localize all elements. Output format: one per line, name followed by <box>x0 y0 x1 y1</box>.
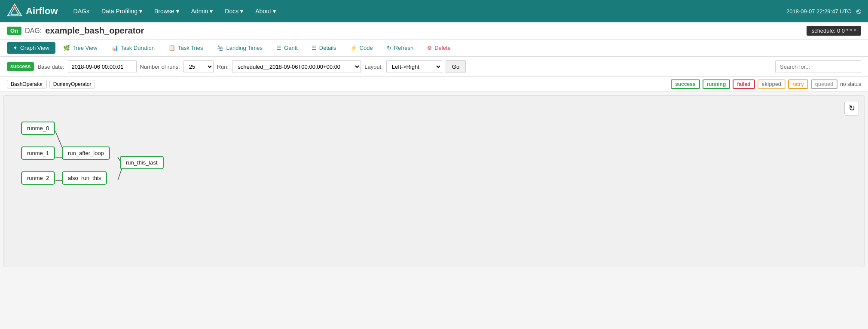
status-skipped: skipped <box>758 79 785 89</box>
base-date-input[interactable] <box>68 60 137 73</box>
filter-bash-operator[interactable]: BashOperator <box>7 80 47 88</box>
tab-delete[interactable]: ⊗ Delete <box>421 42 457 54</box>
nav-admin[interactable]: Admin ▾ <box>186 5 218 17</box>
layout-label: Layout: <box>364 64 383 70</box>
num-runs-select[interactable]: 25 <box>183 60 214 73</box>
node-runme-1[interactable]: runme_1 <box>21 146 55 160</box>
nav-data-profiling[interactable]: Data Profiling ▾ <box>96 5 147 17</box>
airflow-logo <box>7 3 22 19</box>
code-icon: ⚡ <box>350 45 357 51</box>
tab-tree-view[interactable]: 🌿 Tree View <box>57 42 104 54</box>
node-also-run-this[interactable]: also_run_this <box>62 171 107 185</box>
graph-icon: ✦ <box>13 45 18 51</box>
run-label: Run: <box>217 64 229 70</box>
search-input[interactable] <box>775 60 861 73</box>
page-header: On DAG: example_bash_operator schedule: … <box>0 22 868 40</box>
nav-right: 2018-09-07 22:29:47 UTC ⎋ <box>786 7 861 16</box>
duration-icon: 📊 <box>111 45 118 51</box>
success-indicator: success <box>7 62 34 71</box>
dag-title-row: On DAG: example_bash_operator <box>7 26 144 36</box>
status-success: success <box>671 79 700 89</box>
dag-name: example_bash_operator <box>45 26 144 36</box>
graph-refresh-button[interactable]: ↻ <box>844 101 859 116</box>
node-run-after-loop[interactable]: run_after_loop <box>62 146 110 160</box>
status-nostatus: no status <box>840 81 861 87</box>
gantt-icon: ☰ <box>276 45 281 51</box>
tab-refresh[interactable]: ↻ Refresh <box>381 42 420 54</box>
status-failed: failed <box>733 79 755 89</box>
tab-task-duration[interactable]: 📊 Task Duration <box>105 42 161 54</box>
tab-landing-times[interactable]: 🛬 Landing Times <box>211 42 269 54</box>
schedule-badge: schedule: 0 0 * * * <box>807 26 861 36</box>
nav-dags[interactable]: DAGs <box>68 5 95 17</box>
base-date-label: Base date: <box>37 64 64 70</box>
layout-select[interactable]: Left->Right Top->Bottom <box>386 60 442 73</box>
on-badge[interactable]: On <box>7 27 21 35</box>
nav-browse[interactable]: Browse ▾ <box>149 5 184 17</box>
node-run-this-last[interactable]: run_this_last <box>120 156 164 169</box>
tab-gantt[interactable]: ☰ Gantt <box>270 42 304 54</box>
logout-icon[interactable]: ⎋ <box>856 7 861 16</box>
tab-task-tries[interactable]: 📋 Task Tries <box>162 42 209 54</box>
details-icon: ☰ <box>312 45 317 51</box>
filter-tags: BashOperator DummyOperator <box>7 80 95 88</box>
tree-icon: 🌿 <box>63 45 70 51</box>
refresh-icon: ↻ <box>387 45 391 51</box>
go-button[interactable]: Go <box>446 60 466 73</box>
navbar: Airflow DAGs Data Profiling ▾ Browse ▾ A… <box>0 0 868 22</box>
node-runme-0[interactable]: runme_0 <box>21 122 55 135</box>
nav-docs[interactable]: Docs ▾ <box>220 5 248 17</box>
tries-icon: 📋 <box>168 45 175 51</box>
filter-row: BashOperator DummyOperator success runni… <box>0 77 868 92</box>
dag-prefix: DAG: <box>25 27 42 35</box>
toolbar-row: success Base date: Number of runs: 25 Ru… <box>0 57 868 77</box>
brand-text: Airflow <box>26 6 58 17</box>
brand-link[interactable]: Airflow <box>7 3 58 19</box>
dag-connectors <box>4 96 864 267</box>
tab-details[interactable]: ☰ Details <box>306 42 342 54</box>
graph-area: runme_0 runme_1 runme_2 run_after_loop a… <box>3 95 865 267</box>
tab-code[interactable]: ⚡ Code <box>344 42 379 54</box>
run-select[interactable]: scheduled__2018-09-06T00:00:00+00:00 <box>232 60 361 73</box>
status-retry: retry <box>788 79 808 89</box>
status-running: running <box>703 79 730 89</box>
node-runme-2[interactable]: runme_2 <box>21 171 55 185</box>
status-queued: queued <box>811 79 838 89</box>
nav-about[interactable]: About ▾ <box>250 5 281 17</box>
filter-dummy-operator[interactable]: DummyOperator <box>49 80 95 88</box>
svg-line-4 <box>11 7 15 14</box>
landing-icon: 🛬 <box>217 45 224 51</box>
datetime-display: 2018-09-07 22:29:47 UTC <box>786 8 851 15</box>
num-runs-label: Number of runs: <box>140 64 180 70</box>
status-legend: success running failed skipped retry que… <box>671 79 861 89</box>
delete-icon: ⊗ <box>427 45 432 51</box>
tab-graph-view[interactable]: ✦ Graph View <box>7 42 55 54</box>
svg-line-11 <box>118 168 122 180</box>
tab-bar: ✦ Graph View 🌿 Tree View 📊 Task Duration… <box>0 40 868 57</box>
svg-line-5 <box>15 7 18 14</box>
graph-refresh-icon: ↻ <box>849 104 855 113</box>
nav-items: DAGs Data Profiling ▾ Browse ▾ Admin ▾ D… <box>68 5 786 17</box>
